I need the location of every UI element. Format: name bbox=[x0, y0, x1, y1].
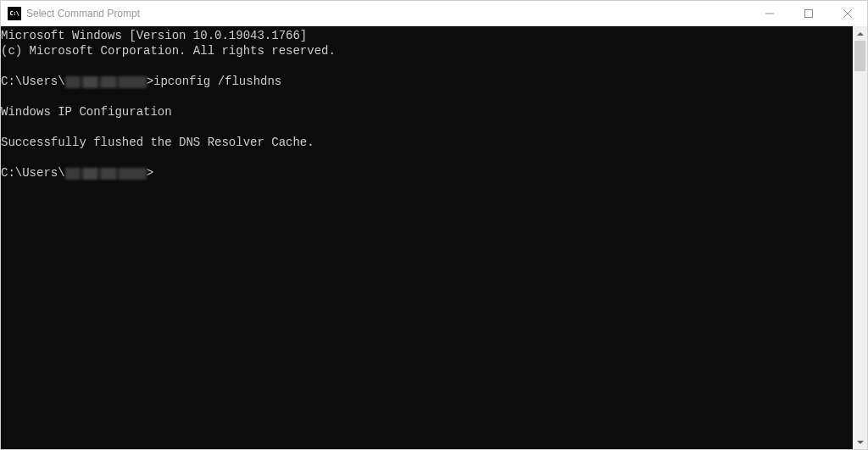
scroll-thumb[interactable] bbox=[854, 41, 865, 71]
window-title: Select Command Prompt bbox=[26, 8, 750, 19]
command-prompt-window: C:\ Select Command Prompt Microsoft Wind… bbox=[0, 0, 868, 450]
redacted-username bbox=[65, 76, 147, 88]
svg-rect-1 bbox=[805, 10, 813, 18]
minimize-icon bbox=[765, 9, 774, 18]
copyright-line: (c) Microsoft Corporation. All rights re… bbox=[1, 43, 853, 58]
prompt-suffix: > bbox=[147, 166, 153, 180]
scroll-down-button[interactable] bbox=[853, 435, 867, 449]
redacted-username bbox=[65, 168, 147, 180]
maximize-icon bbox=[804, 9, 813, 18]
blank-line bbox=[1, 119, 853, 135]
result-line: Successfully flushed the DNS Resolver Ca… bbox=[1, 135, 853, 150]
content-area: Microsoft Windows [Version 10.0.19043.17… bbox=[1, 26, 867, 449]
entered-command: ipconfig /flushdns bbox=[153, 75, 281, 88]
cmd-icon: C:\ bbox=[8, 7, 21, 20]
maximize-button[interactable] bbox=[789, 1, 828, 26]
prompt-line-2: C:\Users\> bbox=[1, 165, 853, 181]
ipconfig-heading: Windows IP Configuration bbox=[1, 104, 853, 119]
prompt-line-1: C:\Users\>ipconfig /flushdns bbox=[1, 74, 853, 89]
terminal-output[interactable]: Microsoft Windows [Version 10.0.19043.17… bbox=[1, 26, 853, 449]
prompt-prefix: C:\Users\ bbox=[1, 166, 65, 180]
close-button[interactable] bbox=[828, 1, 867, 26]
blank-line bbox=[1, 150, 853, 165]
close-icon bbox=[843, 9, 852, 18]
prompt-suffix: > bbox=[147, 75, 153, 88]
window-controls bbox=[750, 1, 867, 26]
cmd-icon-text: C:\ bbox=[9, 10, 19, 17]
blank-line bbox=[1, 89, 853, 104]
minimize-button[interactable] bbox=[750, 1, 789, 26]
chevron-up-icon bbox=[857, 32, 864, 36]
scroll-up-button[interactable] bbox=[853, 26, 867, 41]
version-line: Microsoft Windows [Version 10.0.19043.17… bbox=[1, 28, 853, 43]
prompt-prefix: C:\Users\ bbox=[1, 75, 65, 88]
titlebar[interactable]: C:\ Select Command Prompt bbox=[1, 1, 867, 26]
blank-line bbox=[1, 58, 853, 74]
chevron-down-icon bbox=[857, 441, 864, 444]
vertical-scrollbar[interactable] bbox=[853, 26, 867, 449]
